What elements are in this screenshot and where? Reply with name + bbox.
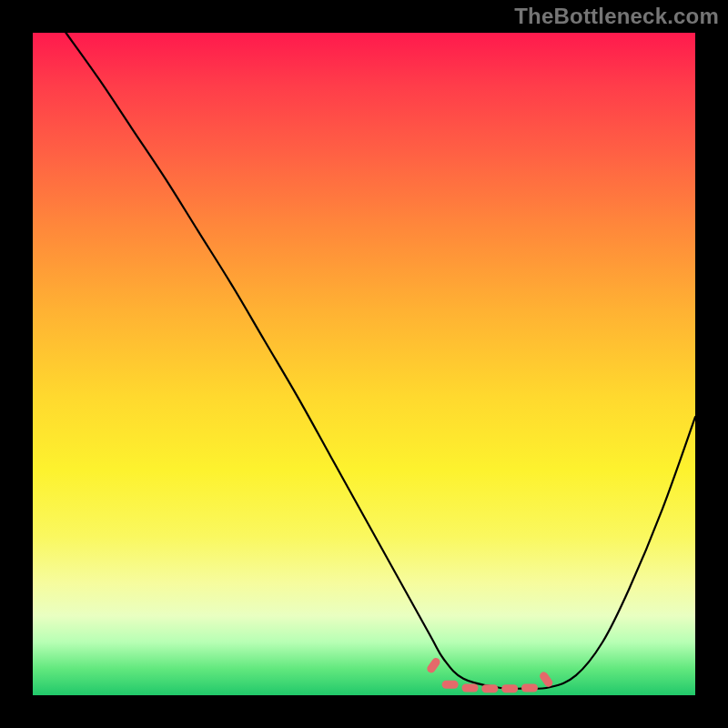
chart-svg [33, 33, 695, 695]
marker-dot [461, 683, 478, 692]
curve-line [66, 33, 695, 689]
plot-area [33, 33, 695, 695]
marker-dot [521, 683, 538, 692]
marker-dot [426, 656, 442, 674]
marker-dot [481, 684, 498, 693]
chart-frame: TheBottleneck.com [0, 0, 728, 728]
watermark-text: TheBottleneck.com [514, 4, 719, 29]
marker-dot [442, 681, 459, 689]
marker-dot [501, 684, 518, 693]
